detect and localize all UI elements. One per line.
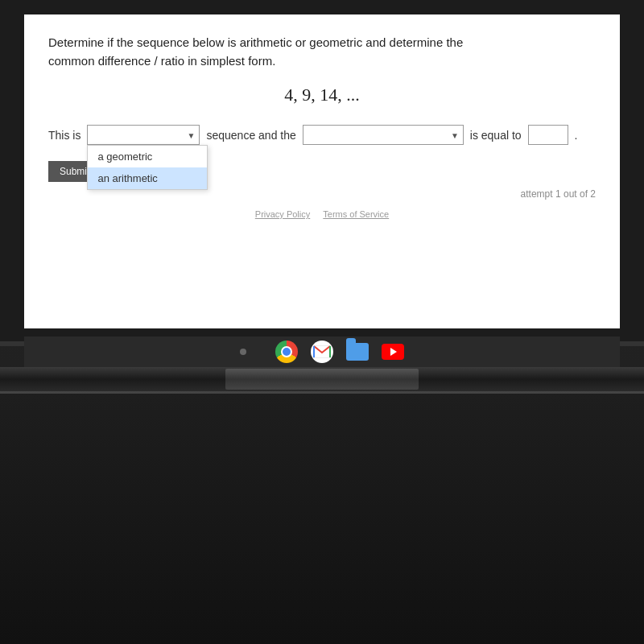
- sequence-type-dropdown-wrapper: a geometric an arithmetic ▼ a geometric …: [87, 125, 200, 145]
- dropdown-popup: a geometric an arithmetic: [87, 145, 208, 190]
- answer-input[interactable]: [528, 125, 568, 145]
- footer: Privacy Policy Terms of Service: [48, 209, 596, 219]
- hinge-center: [225, 369, 419, 390]
- popup-item-arithmetic[interactable]: an arithmetic: [88, 167, 207, 189]
- gmail-icon[interactable]: [311, 341, 333, 363]
- answer-area: This is a geometric an arithmetic ▼: [48, 125, 596, 182]
- keyboard-area: esc ← → ↺ ⬜ ▭▭ ○ ◉ 🔇 🔉 🔊 ⏻ ~` !1 @2 #3 $…: [0, 391, 644, 644]
- popup-item-geometric[interactable]: a geometric: [88, 146, 207, 167]
- screen-bezel: Determine if the sequence below is arith…: [0, 0, 644, 346]
- taskbar: [24, 336, 620, 367]
- question-line2: common difference / ratio in simplest fo…: [48, 54, 275, 68]
- difference-type-dropdown-wrapper: common difference common ratio ▼: [303, 125, 464, 145]
- screen: Determine if the sequence below is arith…: [24, 14, 620, 328]
- folder-shape: [346, 343, 369, 361]
- this-is-label: This is: [48, 129, 80, 142]
- laptop-outer: Determine if the sequence below is arith…: [0, 0, 644, 644]
- folder-icon[interactable]: [346, 341, 369, 363]
- sequence-and-the-label: sequence and the: [206, 129, 295, 142]
- attempt-text: attempt 1 out of 2: [48, 188, 596, 200]
- youtube-logo: [382, 344, 404, 360]
- sequence-display: 4, 9, 14, ...: [48, 85, 596, 105]
- chrome-logo: [275, 341, 298, 363]
- is-equal-to-label: is equal to: [470, 129, 522, 142]
- privacy-link[interactable]: Privacy Policy: [255, 209, 310, 219]
- question-text: Determine if the sequence below is arith…: [48, 34, 596, 70]
- chrome-icon[interactable]: [275, 341, 298, 363]
- youtube-icon[interactable]: [382, 341, 404, 363]
- youtube-play-triangle: [390, 348, 397, 356]
- taskbar-dot: [240, 349, 246, 355]
- difference-type-dropdown[interactable]: common difference common ratio: [303, 125, 464, 145]
- question-line1: Determine if the sequence below is arith…: [48, 35, 463, 49]
- answer-row: This is a geometric an arithmetic ▼: [48, 125, 596, 145]
- terms-link[interactable]: Terms of Service: [323, 209, 389, 219]
- sequence-type-dropdown[interactable]: a geometric an arithmetic: [87, 125, 200, 145]
- webpage: Determine if the sequence below is arith…: [24, 14, 620, 328]
- period: .: [575, 129, 578, 142]
- gmail-logo: [311, 341, 333, 363]
